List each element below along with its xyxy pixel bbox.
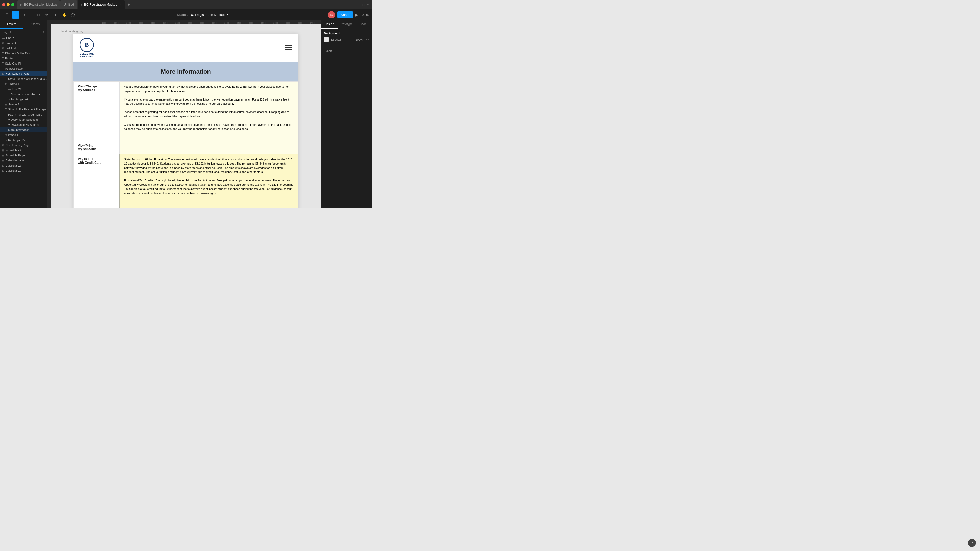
tab-bc-registration-2[interactable]: ▶ BC Registration Mockup × — [78, 0, 125, 9]
close-icon[interactable]: ✕ — [366, 3, 369, 6]
nav-cell-3[interactable]: Pay in Fullwith Credit Card — [74, 154, 120, 205]
breadcrumb-separator: / — [187, 13, 188, 17]
layer-next-landing-2[interactable]: ⊞ Next Landing Page — [0, 143, 47, 148]
layer-calendar-page[interactable]: ⊞ Calendar page — [0, 158, 47, 163]
select-tool[interactable]: ↖ — [12, 11, 19, 19]
breadcrumb-current[interactable]: BC Registration Mockup ▾ — [190, 13, 228, 17]
bc-logo: B BELLEVUECOLLEGE — [80, 38, 94, 58]
layer-rect-25[interactable]: □ Rectangle 25 — [0, 138, 47, 143]
page-title: More Information — [80, 68, 292, 75]
ruler-mark: 2350 — [208, 22, 221, 24]
text-icon: T — [2, 52, 3, 55]
layer-frame-4[interactable]: ⊞ Frame 4 — [0, 41, 47, 46]
play-button[interactable]: ▶ — [355, 13, 358, 17]
layer-printer[interactable]: T Printer — [0, 56, 47, 61]
layer-view-change[interactable]: T View/Change My Address — [0, 122, 47, 127]
layer-schedule-v2[interactable]: ⊞ Schedule v2 — [0, 148, 47, 153]
page-chevron[interactable]: ▾ — [43, 30, 44, 34]
layer-next-landing-page[interactable]: ⊞ Next Landing Page — [0, 71, 47, 76]
close-button[interactable] — [2, 3, 5, 6]
restore-icon[interactable]: □ — [363, 3, 364, 6]
tab-prototype[interactable]: Prototype — [338, 21, 355, 29]
bc-logo-circle: B — [80, 38, 94, 52]
ruler-mark: 2650 — [282, 22, 294, 24]
frame-label: Next Landing Page — [61, 30, 315, 33]
pen-tool[interactable]: ✏ — [43, 11, 51, 19]
ruler-mark: 1950 — [110, 22, 123, 24]
text-tool[interactable]: T — [52, 11, 59, 19]
shape-tool[interactable]: □ — [35, 11, 42, 19]
nav-cell-2[interactable]: View/PrintMy Schedule — [74, 141, 120, 154]
search-tool[interactable]: ◯ — [69, 11, 77, 19]
menu-button[interactable]: ☰ — [3, 11, 11, 19]
background-opacity: 100% — [355, 38, 363, 41]
text-icon-6: T — [8, 93, 10, 96]
layer-schedule-page[interactable]: ⊞ Schedule Page — [0, 153, 47, 158]
layer-address-page[interactable]: T Address Page — [0, 66, 47, 71]
hamburger-line-2 — [285, 48, 292, 48]
layer-calendar-v1[interactable]: ⊞ Calendar v1 — [0, 168, 47, 173]
content-table: View/ChangeMy Address You are responsibl… — [73, 81, 298, 208]
layer-style-one-pin[interactable]: T Style One Pin — [0, 61, 47, 66]
background-color-swatch[interactable] — [324, 37, 329, 42]
canvas-content[interactable]: Next Landing Page B BELLEVUECOLLEGE — [51, 24, 321, 208]
layer-list: — Line 23 ⊞ Frame 4 ⊞ List Add T Discoun… — [0, 35, 47, 208]
component-icon: ⊞ — [2, 47, 4, 50]
hamburger-menu[interactable] — [285, 45, 292, 50]
visibility-icon[interactable]: 👁 — [366, 38, 369, 41]
tab-untitled[interactable]: Untitled — [60, 0, 77, 9]
rect-icon: □ — [8, 98, 10, 101]
chevron-down-icon: ▾ — [227, 13, 228, 16]
main-area: Layers Assets Page 1 ▾ — Line 23 ⊞ Frame… — [0, 21, 372, 208]
ruler-marks: 1900 1950 2000 2050 2100 2150 2200 2250 … — [47, 21, 321, 24]
layer-state-support[interactable]: T State Support of Higher Educ... — [0, 76, 47, 81]
text-icon-7: T — [5, 108, 6, 111]
layer-line-23[interactable]: — Line 23 — [0, 35, 47, 41]
layer-discount[interactable]: T Discount Dollar Dash — [0, 51, 47, 56]
tab-add-button[interactable]: + — [125, 0, 132, 9]
page-label: Page 1 — [3, 30, 11, 34]
ruler-mark: 2300 — [196, 22, 208, 24]
layer-list-add[interactable]: ⊞ List Add — [0, 46, 47, 51]
minimize-icon[interactable]: — — [357, 3, 360, 6]
right-panel: Design Prototype Code Background E5E5E5 … — [321, 21, 372, 208]
text-icon-5: T — [5, 78, 6, 80]
ruler-mark: 2000 — [123, 22, 135, 24]
assets-tab[interactable]: Assets — [24, 21, 47, 29]
breadcrumb-drafts[interactable]: Drafts — [177, 13, 186, 17]
tab-close-icon[interactable]: × — [120, 3, 122, 6]
ruler-mark: 2450 — [233, 22, 245, 24]
layer-image-1[interactable]: □ image 1 — [0, 132, 47, 138]
canvas-inner: Next Landing Page B BELLEVUECOLLEGE — [51, 24, 321, 208]
share-button[interactable]: Share — [337, 11, 353, 18]
nav-cell-1[interactable]: View/ChangeMy Address — [74, 82, 120, 141]
info-cell-5 — [120, 198, 298, 205]
layers-tab[interactable]: Layers — [0, 21, 24, 29]
tab-code[interactable]: Code — [355, 21, 372, 29]
window-controls — [2, 3, 14, 6]
layer-you-are[interactable]: T You are responsible for p... — [0, 92, 47, 97]
background-title: Background — [324, 32, 369, 35]
layer-frame-4b[interactable]: ⊞ Frame 4 — [0, 102, 47, 107]
hamburger-line-3 — [285, 49, 292, 50]
layer-frame-1[interactable]: ⊞ Frame 1 — [0, 81, 47, 86]
layer-more-info[interactable]: T More Information — [0, 127, 47, 132]
layer-pay-full[interactable]: T Pay in Full with Credit Card — [0, 112, 47, 117]
nav-cell-4[interactable]: Sign Up ForPayment Plan(pay in installme… — [74, 205, 120, 208]
tab-design[interactable]: Design — [321, 21, 338, 29]
tab-bc-registration-1[interactable]: ▶ BC Registration Mockup — [18, 0, 60, 9]
tab-list: ▶ BC Registration Mockup Untitled ▶ BC R… — [18, 0, 356, 9]
frame-tool[interactable]: ⊞ — [21, 11, 28, 19]
export-add-button[interactable]: + — [366, 48, 369, 53]
minimize-button[interactable] — [6, 3, 10, 6]
hand-tool[interactable]: ✋ — [60, 11, 68, 19]
layer-signup[interactable]: T Sign Up For Payment Plan (pa... — [0, 107, 47, 112]
layer-line-21[interactable]: — Line 21 — [0, 86, 47, 92]
info-text-1: You are responsible for paying your tuit… — [124, 85, 294, 93]
maximize-button[interactable] — [11, 3, 14, 6]
ruler-mark: 2550 — [257, 22, 269, 24]
layer-rect-24[interactable]: □ Rectangle 24 — [0, 97, 47, 102]
tab-label: BC Registration Mockup — [24, 3, 57, 6]
layer-view-print[interactable]: T View/Print My Schedule — [0, 117, 47, 122]
layer-calendar-v2[interactable]: ⊞ Calendar v2 — [0, 163, 47, 168]
